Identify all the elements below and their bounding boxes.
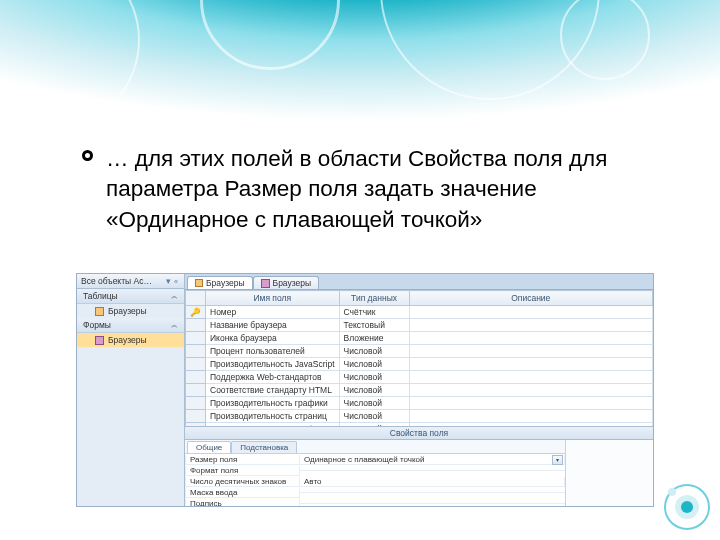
cell-field-desc[interactable]	[409, 332, 652, 345]
cell-field-name[interactable]: Название браузера	[206, 319, 340, 332]
table-row[interactable]: Производительность графикиЧисловой	[186, 423, 653, 427]
property-value[interactable]	[300, 492, 565, 493]
cell-field-name[interactable]: Иконка браузера	[206, 332, 340, 345]
main-area: Браузеры Браузеры Имя поля Тип данных Оп…	[185, 274, 653, 506]
chevron-down-icon: ▾	[166, 276, 171, 286]
properties-tab-general[interactable]: Общие	[187, 441, 231, 453]
document-tabs: Браузеры Браузеры	[185, 274, 653, 290]
properties-list: Размер поляОдинарное с плавающей точкой▾…	[185, 454, 565, 506]
cell-field-desc[interactable]	[409, 410, 652, 423]
cell-field-type[interactable]: Текстовый	[339, 319, 409, 332]
cell-field-type[interactable]: Числовой	[339, 384, 409, 397]
table-row[interactable]: Производительность графикиЧисловой	[186, 397, 653, 410]
nav-group-forms[interactable]: Формы ︽	[77, 318, 184, 333]
cell-field-desc[interactable]	[409, 397, 652, 410]
cell-field-name[interactable]: Соответствие стандарту HTML	[206, 384, 340, 397]
table-row[interactable]: Иконка браузераВложение	[186, 332, 653, 345]
cell-field-name[interactable]: Процент пользователей	[206, 345, 340, 358]
row-selector[interactable]	[186, 384, 206, 397]
cell-field-desc[interactable]	[409, 319, 652, 332]
properties-caption: Свойства поля	[185, 426, 653, 440]
table-icon	[195, 279, 203, 287]
property-label: Формат поля	[185, 466, 300, 476]
table-row[interactable]: Соответствие стандарту HTMLЧисловой	[186, 384, 653, 397]
table-row[interactable]: Производительность JavaScriptЧисловой	[186, 358, 653, 371]
cell-field-name[interactable]: Производительность страниц	[206, 410, 340, 423]
row-selector[interactable]	[186, 345, 206, 358]
slide-corner-ornament	[662, 482, 712, 532]
table-row[interactable]: Производительность страницЧисловой	[186, 410, 653, 423]
cell-field-name[interactable]: Производительность JavaScript	[206, 358, 340, 371]
cell-field-desc[interactable]	[409, 371, 652, 384]
nav-group-label: Формы	[83, 320, 111, 330]
collapse-icon: ︽	[171, 291, 178, 301]
table-row[interactable]: Процент пользователейЧисловой	[186, 345, 653, 358]
row-selector[interactable]	[186, 332, 206, 345]
property-row[interactable]: Маска ввода	[185, 487, 565, 498]
property-value[interactable]: Авто	[300, 477, 565, 487]
property-value[interactable]	[300, 470, 565, 471]
nav-item-table-browsers[interactable]: Браузеры	[77, 304, 184, 318]
cell-field-type[interactable]: Числовой	[339, 358, 409, 371]
table-row[interactable]: 🔑НомерСчётчик	[186, 306, 653, 319]
cell-field-type[interactable]: Числовой	[339, 423, 409, 427]
tab-browsers-design[interactable]: Браузеры	[187, 276, 253, 289]
nav-group-label: Таблицы	[83, 291, 118, 301]
cell-field-type[interactable]: Числовой	[339, 345, 409, 358]
cell-field-desc[interactable]	[409, 345, 652, 358]
dropdown-button[interactable]: ▾	[552, 455, 563, 465]
table-row[interactable]: Название браузераТекстовый	[186, 319, 653, 332]
column-header-type[interactable]: Тип данных	[339, 291, 409, 306]
field-grid: Имя поля Тип данных Описание 🔑НомерСчётч…	[185, 290, 653, 426]
row-selector[interactable]	[186, 410, 206, 423]
row-selector[interactable]	[186, 423, 206, 427]
cell-field-desc[interactable]	[409, 423, 652, 427]
properties-help	[565, 440, 653, 506]
tab-label: Браузеры	[273, 278, 312, 288]
property-row[interactable]: Подпись	[185, 498, 565, 506]
nav-item-form-browsers[interactable]: Браузеры	[77, 333, 184, 347]
cell-field-type[interactable]: Числовой	[339, 371, 409, 384]
table-row[interactable]: Поддержка Web-стандартовЧисловой	[186, 371, 653, 384]
navigation-header[interactable]: Все объекты Ac… ▾ «	[77, 274, 184, 289]
nav-item-label: Браузеры	[108, 335, 147, 345]
column-header-name[interactable]: Имя поля	[206, 291, 340, 306]
grid-header-row: Имя поля Тип данных Описание	[186, 291, 653, 306]
row-selector[interactable]	[186, 319, 206, 332]
row-selector[interactable]	[186, 358, 206, 371]
property-value[interactable]: Одинарное с плавающей точкой▾	[300, 455, 565, 465]
tab-browsers-form[interactable]: Браузеры	[253, 276, 320, 289]
cell-field-type[interactable]: Числовой	[339, 397, 409, 410]
nav-group-tables[interactable]: Таблицы ︽	[77, 289, 184, 304]
collapse-icon: ︽	[171, 320, 178, 330]
properties-tab-lookup[interactable]: Подстановка	[231, 441, 297, 453]
cell-field-name[interactable]: Номер	[206, 306, 340, 319]
form-icon	[261, 279, 270, 288]
property-row[interactable]: Формат поля	[185, 465, 565, 476]
cell-field-desc[interactable]	[409, 358, 652, 371]
properties-tabs: Общие Подстановка	[185, 440, 565, 454]
cell-field-type[interactable]: Числовой	[339, 410, 409, 423]
cell-field-name[interactable]: Производительность графики	[206, 423, 340, 427]
property-label: Размер поля	[185, 455, 300, 465]
cell-field-desc[interactable]	[409, 306, 652, 319]
cell-field-desc[interactable]	[409, 384, 652, 397]
row-selector[interactable]: 🔑	[186, 306, 206, 319]
property-row[interactable]: Число десятичных знаковАвто	[185, 476, 565, 487]
nav-item-label: Браузеры	[108, 306, 147, 316]
cell-field-name[interactable]: Поддержка Web-стандартов	[206, 371, 340, 384]
property-value[interactable]	[300, 503, 565, 504]
collapse-pane-icon[interactable]: «	[174, 278, 178, 285]
column-header-desc[interactable]: Описание	[409, 291, 652, 306]
cell-field-type[interactable]: Вложение	[339, 332, 409, 345]
cell-field-type[interactable]: Счётчик	[339, 306, 409, 319]
row-selector[interactable]	[186, 397, 206, 410]
row-selector-header[interactable]	[186, 291, 206, 306]
cell-field-name[interactable]: Производительность графики	[206, 397, 340, 410]
bullet-icon	[82, 150, 93, 161]
access-window: Все объекты Ac… ▾ « Таблицы ︽ Браузеры Ф…	[76, 273, 654, 507]
slide-decorative-header	[0, 0, 720, 130]
property-row[interactable]: Размер поляОдинарное с плавающей точкой▾	[185, 454, 565, 465]
slide-bullet: … для этих полей в области Свойства поля…	[106, 144, 660, 235]
row-selector[interactable]	[186, 371, 206, 384]
